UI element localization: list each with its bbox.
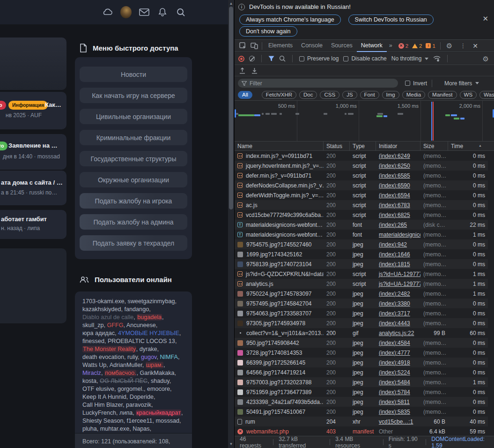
online-user[interactable]: юра адидас	[82, 330, 115, 336]
topic-card[interactable]: но Информация Как… нв 2025 · AUF	[0, 92, 66, 129]
online-user[interactable]: mosssad	[156, 418, 179, 424]
online-user[interactable]: Shiesty Season	[82, 418, 124, 424]
throttling-dropdown[interactable]: No throttling	[391, 55, 429, 62]
quick-menu-button[interactable]: Новости	[80, 67, 187, 82]
mail-icon[interactable]	[139, 7, 150, 18]
online-user[interactable]: bugadela	[137, 314, 162, 321]
network-request-row[interactable]: 64566.jpg?1744719214200jpeg(index):5224(…	[235, 367, 488, 377]
quick-menu-button[interactable]: Подать жалобу на админа	[80, 214, 187, 230]
request-initiator-cell[interactable]: (index):4584	[376, 338, 420, 348]
network-request-row[interactable]: defer.min.js?_v=0911bd71200script(index)…	[235, 171, 488, 180]
network-request-row[interactable]: 9751959.jpg?1736477389200jpeg(index):578…	[235, 387, 488, 397]
network-request-row[interactable]: 3728.jpg?1740814353200jpeg(index):4777(m…	[235, 348, 488, 358]
filter-chip-font[interactable]: Font	[360, 91, 379, 99]
online-user[interactable]: OG ЛЫСЫЙ ПЁС	[100, 378, 147, 384]
tab-console[interactable]: Console	[297, 40, 327, 52]
online-user[interactable]: GarikMakaka	[140, 370, 174, 376]
devtools-close-icon[interactable]: ✕	[472, 42, 478, 50]
banner-button[interactable]: Always match Chrome's language	[239, 15, 341, 25]
network-request-row[interactable]: 9750224.jpg?1745783097200jpeg(index):248…	[235, 289, 488, 299]
column-header-status[interactable]: Status	[324, 142, 350, 150]
network-request-row[interactable]: ac.js200script(index):6783(memo…0 ms	[235, 200, 488, 210]
online-user[interactable]: gugov	[141, 354, 156, 360]
banner-button[interactable]: Don't show again	[239, 26, 297, 37]
request-initiator-cell[interactable]: (index):5224	[376, 367, 420, 377]
network-settings-gear-icon[interactable]: ⚙	[483, 55, 489, 62]
network-request-row[interactable]: rum204xhrvcd15cbe…:160 B40 ms	[235, 417, 488, 426]
online-user[interactable]: skull_zp	[82, 322, 104, 329]
online-user[interactable]: Keep It A Hunnid	[82, 394, 126, 400]
request-initiator-cell[interactable]: (index):3380	[376, 299, 420, 308]
online-user[interactable]: липа	[119, 410, 133, 416]
request-initiator-cell[interactable]: (index):6249	[376, 151, 420, 161]
request-initiator-cell[interactable]: (index):6825	[376, 210, 420, 220]
network-request-row[interactable]: deferNodesCollapse.min.js?_v…200script(i…	[235, 180, 488, 190]
online-user[interactable]: помбасчоо.	[104, 370, 137, 376]
request-initiator-cell[interactable]: (index):3717	[376, 308, 420, 318]
filter-chip-img[interactable]: Img	[382, 91, 399, 99]
filter-chip-media[interactable]: Media	[402, 91, 425, 99]
request-initiator-cell[interactable]: (index):4777	[376, 348, 420, 358]
network-request-row[interactable]: 9758139.jpg?1740723104200jpeg(index):181…	[235, 259, 488, 269]
filter-funnel-icon[interactable]	[268, 56, 274, 61]
request-initiator-cell[interactable]: (index):1646	[376, 249, 420, 259]
console-errors-badge[interactable]: ✕ 2	[398, 43, 408, 49]
online-user[interactable]: emocore	[147, 386, 170, 392]
disable-cache-checkbox[interactable]: Disable cache	[343, 55, 386, 62]
quick-menu-button[interactable]: Государственные структуры	[80, 151, 187, 166]
scroll-down-arrow[interactable]: ▼	[228, 441, 234, 447]
topic-title[interactable]: ата дома с сайта / …	[1, 179, 63, 186]
network-request-row[interactable]: vcd15cbe7772f49c399c6a5ba…200script(inde…	[235, 210, 488, 220]
more-filters-dropdown[interactable]: More filters	[444, 80, 479, 87]
column-header-type[interactable]: Type	[350, 142, 376, 150]
request-initiator-cell[interactable]: (index):5784	[376, 387, 420, 397]
topic-card[interactable]: ата дома с сайта / … а в 21:45 · russki …	[0, 171, 66, 205]
online-user[interactable]: Watts Up	[82, 362, 106, 368]
filter-chip-js[interactable]: JS	[342, 91, 357, 99]
online-user[interactable]: dyrake	[140, 346, 157, 352]
online-user[interactable]: Napas	[133, 426, 149, 432]
topic-card[interactable]: аботает гамбит н. назад · липа	[0, 210, 66, 239]
online-user[interactable]: muhtar.exe	[100, 426, 129, 432]
online-user[interactable]: pluha	[82, 426, 97, 432]
more-options-icon[interactable]: ⋮	[460, 42, 466, 49]
column-header-name[interactable]: Name	[235, 142, 324, 150]
online-user[interactable]: sweetgazinmybag	[128, 298, 175, 305]
quick-menu-button[interactable]: Криминальные фракции	[80, 130, 187, 145]
import-har-icon[interactable]	[251, 67, 258, 74]
tab-sources[interactable]: Sources	[327, 40, 357, 52]
request-initiator-cell[interactable]: (index):5484	[376, 377, 420, 387]
settings-gear-icon[interactable]: ⚙	[446, 42, 452, 49]
online-user[interactable]: PROEBALTIC LOCOS 13	[108, 338, 175, 344]
network-request-row[interactable]: 9757003.jpg?1732023788200jpeg(index):548…	[235, 377, 488, 387]
request-initiator-cell[interactable]: (index):4443	[376, 318, 420, 328]
banner-button[interactable]: Switch DevTools to Russian	[348, 15, 434, 25]
network-request-row[interactable]: deferWidthToggle.min.js?_v=…200script(in…	[235, 190, 488, 200]
topic-title[interactable]: аботает гамбит	[1, 216, 47, 223]
preserve-log-checkbox[interactable]: Preserve log	[299, 55, 339, 62]
tab-network[interactable]: Network	[357, 40, 387, 52]
online-user[interactable]: шрам.	[146, 362, 163, 368]
online-user[interactable]: 4YMOBЫE HYJIEBЫE	[118, 330, 179, 336]
page-scrollbar[interactable]: ▲ ▼	[228, 0, 234, 448]
online-user[interactable]: shaduy	[151, 378, 170, 384]
network-request-row[interactable]: Tmaterialdesignicons-webfont…200font(ind…	[235, 220, 488, 230]
network-request-row[interactable]: js?id=G-QZDCXPKRLN&l=data…200scriptjs?id…	[235, 269, 488, 279]
tab-elements[interactable]: Elements	[264, 40, 297, 52]
filter-input[interactable]	[250, 80, 381, 87]
network-request-row[interactable]: jquery.hoverIntent.min.js?_v=…200script(…	[235, 161, 488, 171]
request-initiator-cell[interactable]: (index):6250	[376, 161, 420, 171]
network-overview-timeline[interactable]: 500 ms1,000 ms1,500 ms2,000 ms	[235, 101, 494, 142]
request-initiator-cell[interactable]: (index):5811	[376, 397, 420, 407]
network-request-row[interactable]: Tmaterialdesignicons-webfont…200fontmate…	[235, 230, 488, 239]
network-request-row[interactable]: index.min.js?_v=0911bd71200script(index)…	[235, 151, 488, 161]
online-user[interactable]: fandango	[125, 306, 149, 313]
network-request-row[interactable]: 97305.jpg?1745934978200jpeg(index):4443(…	[235, 318, 488, 328]
filter-chip-wasm[interactable]: Wasm	[479, 91, 494, 99]
device-toolbar-icon[interactable]	[249, 40, 260, 52]
invert-checkbox[interactable]: Invert	[405, 80, 427, 87]
online-user[interactable]: Doperide	[130, 394, 154, 400]
online-user[interactable]: NIMFA	[160, 354, 177, 360]
request-initiator-cell[interactable]: analytics.js:22	[376, 328, 420, 338]
request-initiator-cell[interactable]: (index):2482	[376, 289, 420, 299]
